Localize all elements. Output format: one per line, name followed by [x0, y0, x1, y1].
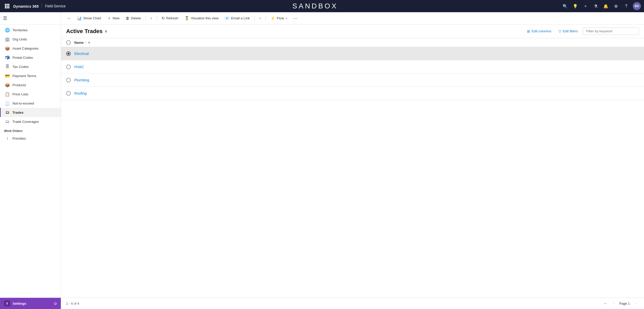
bell-icon[interactable]: 🔔 — [601, 2, 610, 11]
view-actions: ⊞ Edit columns ▽ Edit filters — [525, 27, 639, 35]
delete-icon: 🗑 — [126, 16, 130, 20]
visualize-button[interactable]: 🏅 Visualize this view — [182, 14, 221, 22]
row-4-radio[interactable] — [66, 91, 71, 96]
next-page-button[interactable]: → — [632, 300, 639, 307]
sidebar-item-org-units[interactable]: 🏢 Org Units — [0, 35, 61, 44]
brand-area: Dynamics 365 Field Service — [13, 4, 66, 9]
settings-left: S Settings — [4, 300, 26, 306]
row-1-radio[interactable] — [66, 51, 71, 56]
row-3-link[interactable]: Plumbing — [74, 78, 89, 82]
filter-by-keyword-input[interactable] — [583, 27, 639, 35]
view-title[interactable]: Active Trades ∨ — [66, 28, 107, 35]
sidebar-item-not-to-exceed[interactable]: 🧾 Not-to-exceed — [0, 99, 61, 108]
edit-filters-button[interactable]: ▽ Edit filters — [556, 28, 580, 34]
email-link-icon: 📧 — [225, 16, 230, 21]
row-4-check[interactable] — [66, 91, 74, 96]
sidebar-item-payment-terms[interactable]: 💳 Payment Terms — [0, 71, 61, 80]
row-1-check[interactable] — [66, 51, 74, 56]
top-navigation: Dynamics 365 Field Service SANDBOX 🔍 💡 ＋… — [0, 0, 644, 12]
delete-button[interactable]: 🗑 Delete — [123, 14, 144, 22]
new-label: New — [113, 16, 120, 20]
products-icon: 📦 — [5, 82, 10, 87]
sidebar-item-trade-coverages-label: Trade Coverages — [12, 120, 39, 124]
svg-rect-6 — [5, 7, 6, 8]
table-row[interactable]: HVAC — [61, 60, 644, 73]
search-icon[interactable]: 🔍 — [561, 2, 570, 11]
sidebar-item-priorities[interactable]: ↕ Priorities — [0, 134, 61, 143]
waffle-menu[interactable] — [3, 2, 11, 10]
svg-rect-5 — [8, 6, 9, 7]
back-button[interactable]: ← — [65, 14, 73, 22]
main-container: ☰ 🌐 Territories 🏢 Org Units 📦 Asset Cate… — [0, 12, 644, 309]
table-row[interactable]: Roofing — [61, 87, 644, 100]
table-column-name[interactable]: Name ↑ ∨ — [74, 41, 90, 45]
prev-page-button[interactable]: ← — [610, 300, 617, 307]
cmd-separator-3 — [254, 16, 255, 21]
email-link-label: Email a Link — [231, 16, 250, 20]
settings-arrow-icon: ◇ — [54, 301, 57, 305]
sort-dropdown-icon[interactable]: ∨ — [88, 41, 90, 44]
table-area: Name ↑ ∨ Electrical HVAC — [61, 38, 644, 298]
sidebar-item-tax-codes-label: Tax Codes — [12, 65, 29, 69]
filter-icon[interactable]: ⚗ — [591, 2, 600, 11]
sidebar-item-org-units-label: Org Units — [12, 37, 27, 41]
sidebar-item-postal-codes[interactable]: 📬 Postal Codes — [0, 53, 61, 62]
row-1-link[interactable]: Electrical — [74, 52, 89, 56]
sidebar-item-asset-categories[interactable]: 📦 Asset Categories — [0, 44, 61, 53]
sidebar-item-trade-coverages[interactable]: 🗂 Trade Coverages — [0, 117, 61, 126]
hamburger-menu[interactable]: ☰ — [3, 16, 7, 21]
flow-button[interactable]: ⚡ Flow ∨ — [268, 14, 290, 22]
sidebar-item-priorities-label: Priorities — [12, 137, 26, 140]
view-title-text: Active Trades — [66, 28, 103, 35]
row-2-link[interactable]: HVAC — [74, 65, 84, 69]
row-4-link[interactable]: Roofing — [74, 91, 87, 95]
lightbulb-icon[interactable]: 💡 — [571, 2, 580, 11]
table-header-row: Name ↑ ∨ — [61, 38, 644, 47]
edit-filters-label: Edit filters — [563, 29, 578, 33]
pagination: ⇤ ← Page 1 → — [602, 300, 639, 307]
sidebar-item-payment-terms-label: Payment Terms — [12, 74, 36, 78]
module-label[interactable]: Field Service — [45, 4, 66, 8]
svg-rect-8 — [8, 7, 9, 8]
dropdown-button-1[interactable]: ∨ — [148, 15, 155, 21]
avatar[interactable]: BD — [633, 2, 641, 10]
sidebar-item-tax-codes[interactable]: 🗄 Tax Codes — [0, 62, 61, 71]
new-button[interactable]: ＋ New — [105, 14, 122, 22]
edit-columns-button[interactable]: ⊞ Edit columns — [525, 28, 553, 34]
more-button[interactable]: ⋯ — [291, 14, 299, 23]
not-to-exceed-icon: 🧾 — [5, 101, 10, 106]
header-radio[interactable] — [66, 40, 71, 45]
table-header-checkbox[interactable] — [66, 40, 74, 45]
sidebar-item-price-lists[interactable]: 📋 Price Lists — [0, 90, 61, 99]
gear-icon[interactable]: ⚙ — [611, 2, 621, 11]
row-2-check[interactable] — [66, 65, 74, 69]
table-row[interactable]: Electrical — [61, 47, 644, 60]
view-title-arrow-icon: ∨ — [105, 29, 107, 33]
svg-rect-0 — [5, 4, 6, 5]
show-chart-button[interactable]: 📊 Show Chart — [74, 14, 104, 22]
settings-item[interactable]: S Settings ◇ — [0, 298, 61, 309]
priorities-icon: ↕ — [5, 136, 10, 141]
new-icon: ＋ — [107, 16, 111, 21]
email-link-button[interactable]: 📧 Email a Link — [222, 14, 252, 22]
sidebar-item-asset-categories-label: Asset Categories — [12, 47, 39, 50]
sidebar-item-trades-label: Trades — [12, 111, 24, 114]
add-icon[interactable]: ＋ — [581, 2, 590, 11]
edit-columns-label: Edit columns — [532, 29, 551, 33]
row-3-check[interactable] — [66, 78, 74, 82]
help-icon[interactable]: ? — [622, 2, 631, 11]
org-units-icon: 🏢 — [5, 37, 10, 42]
row-2-radio[interactable] — [66, 65, 71, 69]
table-row[interactable]: Plumbing — [61, 73, 644, 87]
sidebar-item-products[interactable]: 📦 Products — [0, 80, 61, 90]
flow-icon: ⚡ — [270, 16, 275, 21]
sidebar-item-trades[interactable]: 🗂 Trades — [0, 108, 61, 117]
dropdown-button-2[interactable]: ∨ — [257, 15, 264, 21]
first-page-button[interactable]: ⇤ — [602, 300, 609, 307]
sidebar-item-territories[interactable]: 🌐 Territories — [0, 25, 61, 35]
show-chart-icon: 📊 — [77, 16, 82, 21]
refresh-button[interactable]: ↻ Refresh — [159, 14, 181, 22]
sidebar-item-price-lists-label: Price Lists — [12, 92, 28, 96]
dynamics-365-label[interactable]: Dynamics 365 — [13, 4, 39, 8]
row-3-radio[interactable] — [66, 78, 71, 82]
